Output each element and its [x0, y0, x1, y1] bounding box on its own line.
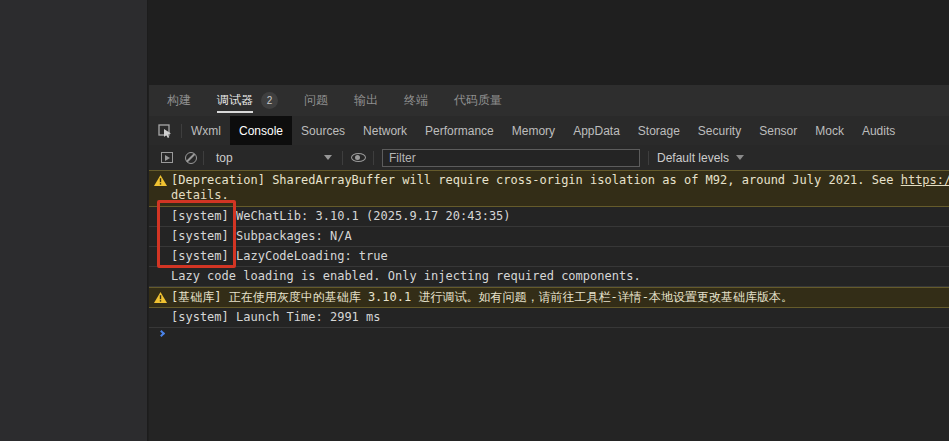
- inspect-element-button[interactable]: [149, 116, 181, 145]
- deprecation-warning-text: [Deprecation] SharedArrayBuffer will req…: [171, 173, 901, 187]
- console-message-wechatlib: [system] WeChatLib: 3.10.1 (2025.9.17 20…: [149, 207, 949, 227]
- log-levels-dropdown[interactable]: Default levels: [649, 151, 752, 165]
- console-message-subpackages: [system] Subpackages: N/A: [149, 227, 949, 247]
- tab-terminal[interactable]: 终端: [404, 85, 428, 116]
- log-text: [system] LazyCodeLoading: true: [171, 249, 388, 263]
- create-live-expression-button[interactable]: [343, 145, 373, 170]
- console-message-base-library-warning: [基础库] 正在使用灰度中的基础库 3.10.1 进行调试。如有问题，请前往工具…: [149, 287, 949, 308]
- warning-icon: [154, 175, 167, 190]
- show-console-sidebar-button[interactable]: [155, 145, 179, 170]
- devtools-panel: 构建 调试器 2 问题 输出 终端 代码质量 Wxml Console Sour…: [149, 0, 949, 441]
- deprecation-warning-link[interactable]: https://developer: [901, 173, 949, 187]
- tab-build-label: 构建: [167, 85, 191, 116]
- console-log-area: [Deprecation] SharedArrayBuffer will req…: [149, 170, 949, 339]
- editor-area: [149, 0, 949, 85]
- tab-security-label: Security: [698, 124, 741, 138]
- tab-debugger[interactable]: 调试器 2: [217, 85, 278, 116]
- warning-icon: [154, 292, 167, 307]
- filter-input[interactable]: [382, 149, 640, 167]
- tab-audits[interactable]: Audits: [853, 116, 904, 145]
- tab-console[interactable]: Console: [230, 116, 292, 145]
- log-text: [system] WeChatLib: 3.10.1 (2025.9.17 20…: [171, 209, 511, 223]
- tab-storage[interactable]: Storage: [629, 116, 689, 145]
- console-message-launch-time: [system] Launch Time: 2991 ms: [149, 308, 949, 328]
- javascript-context-select[interactable]: top: [204, 145, 342, 170]
- tab-problems-label: 问题: [304, 85, 328, 116]
- tab-performance-label: Performance: [425, 124, 494, 138]
- tab-storage-label: Storage: [638, 124, 680, 138]
- tab-memory-label: Memory: [512, 124, 555, 138]
- tab-mock[interactable]: Mock: [806, 116, 853, 145]
- tab-output[interactable]: 输出: [354, 85, 378, 116]
- panel-icon: [161, 152, 173, 163]
- console-message-deprecation-warning: [Deprecation] SharedArrayBuffer will req…: [149, 170, 949, 207]
- tab-terminal-label: 终端: [404, 85, 428, 116]
- tab-debugger-label: 调试器: [217, 85, 253, 116]
- deprecation-warning-link-wrap[interactable]: details.: [171, 188, 229, 202]
- console-toolbar: top Default levels: [149, 145, 949, 170]
- tab-build[interactable]: 构建: [167, 85, 191, 116]
- tab-security[interactable]: Security: [689, 116, 750, 145]
- tab-wxml-label: Wxml: [191, 124, 221, 138]
- tab-network[interactable]: Network: [354, 116, 416, 145]
- tab-sources-label: Sources: [301, 124, 345, 138]
- tab-sources[interactable]: Sources: [292, 116, 354, 145]
- console-message-lazycodeloading: [system] LazyCodeLoading: true: [149, 247, 949, 267]
- console-message-lazy-code-info: Lazy code loading is enabled. Only injec…: [149, 267, 949, 287]
- tab-audits-label: Audits: [862, 124, 895, 138]
- tab-code-quality-label: 代码质量: [454, 85, 502, 116]
- tab-output-label: 输出: [354, 85, 378, 116]
- tab-performance[interactable]: Performance: [416, 116, 503, 145]
- tab-wxml[interactable]: Wxml: [182, 116, 230, 145]
- inspect-cursor-icon: [158, 124, 172, 138]
- tab-memory[interactable]: Memory: [503, 116, 564, 145]
- primary-tab-bar: 构建 调试器 2 问题 输出 终端 代码质量: [149, 85, 949, 116]
- tab-console-label: Console: [239, 124, 283, 138]
- tab-mock-label: Mock: [815, 124, 844, 138]
- debugger-count-badge: 2: [261, 92, 278, 109]
- log-text: Lazy code loading is enabled. Only injec…: [171, 269, 641, 283]
- divider: [373, 151, 374, 165]
- chevron-down-icon: [736, 155, 744, 160]
- log-text: [system] Launch Time: 2991 ms: [171, 310, 381, 324]
- console-prompt-icon: [158, 330, 165, 337]
- tab-problems[interactable]: 问题: [304, 85, 328, 116]
- tab-appdata[interactable]: AppData: [564, 116, 629, 145]
- log-text: [system] Subpackages: N/A: [171, 229, 352, 243]
- tab-sensor-label: Sensor: [759, 124, 797, 138]
- console-input-line[interactable]: [149, 328, 949, 339]
- log-levels-label: Default levels: [657, 151, 729, 165]
- base-library-warning-text: [基础库] 正在使用灰度中的基础库 3.10.1 进行调试。如有问题，请前往工具…: [171, 290, 793, 304]
- tab-sensor[interactable]: Sensor: [750, 116, 806, 145]
- chevron-down-icon: [324, 155, 332, 160]
- tab-appdata-label: AppData: [573, 124, 620, 138]
- tab-code-quality[interactable]: 代码质量: [454, 85, 502, 116]
- left-panel: [0, 0, 148, 441]
- context-value: top: [216, 151, 233, 165]
- devtools-tab-bar: Wxml Console Sources Network Performance…: [149, 116, 949, 145]
- clear-console-button[interactable]: [179, 145, 203, 170]
- clear-icon: [185, 152, 197, 164]
- eye-icon: [351, 153, 366, 162]
- tab-network-label: Network: [363, 124, 407, 138]
